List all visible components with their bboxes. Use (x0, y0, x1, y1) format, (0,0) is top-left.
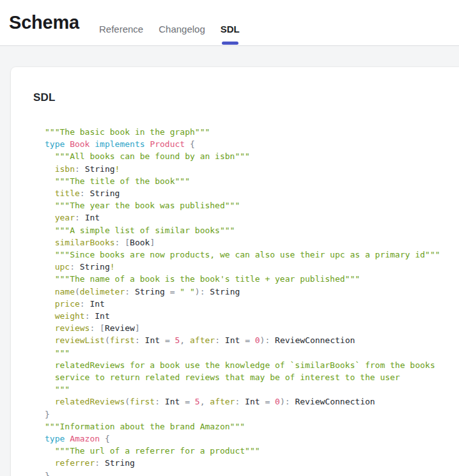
code-line: } (45, 408, 459, 420)
code-line: similarBooks: [Book] (45, 236, 459, 249)
tab-label: Reference (99, 24, 143, 35)
code-line: """The title of the book""" (45, 175, 459, 187)
tab-bar: ReferenceChangelogSDL (99, 0, 240, 45)
code-line: """ (45, 347, 459, 359)
code-line: """The name of a book is the book's titl… (45, 273, 459, 285)
code-line: """All books can be found by an isbn""" (45, 150, 459, 162)
code-line: type Book implements Product { (45, 138, 459, 150)
code-line: upc: String! (45, 261, 459, 273)
code-line: relatedReviews for a book use the knowle… (45, 359, 459, 371)
code-line: """The url of a referrer for a product""… (45, 445, 459, 457)
tab-label: SDL (221, 24, 240, 35)
code-line: isbn: String! (45, 163, 459, 175)
code-line: """The year the book was published""" (45, 199, 459, 211)
page-title: Schema (9, 12, 79, 33)
code-line: title: String (45, 187, 459, 199)
code-line: reviewList(first: Int = 5, after: Int = … (45, 334, 459, 346)
code-line: price: Int (45, 298, 459, 310)
code-line: reviews: [Review] (45, 322, 459, 334)
code-line: name(delimeter: String = " "): String (45, 286, 459, 298)
tab-sdl[interactable]: SDL (221, 24, 240, 45)
code-line: referrer: String (45, 457, 459, 469)
code-line: relatedReviews(first: Int = 5, after: In… (45, 395, 459, 408)
code-line: """The basic book in the graph""" (45, 126, 459, 138)
tab-label: Changelog (159, 24, 205, 35)
code-line: weight: Int (45, 310, 459, 322)
code-line: """ (45, 383, 459, 395)
active-tab-indicator (222, 42, 238, 45)
sdl-card: SDL """The basic book in the graph"""typ… (11, 67, 459, 476)
code-line: } (45, 470, 459, 476)
main-content: SDL """The basic book in the graph"""typ… (0, 46, 459, 476)
code-line: """A simple list of similar books""" (45, 224, 459, 236)
code-line: """Since books are now products, we can … (45, 249, 459, 261)
code-line: service to return related reviews that m… (45, 371, 459, 383)
code-line: """Information about the brand Amazon""" (45, 420, 459, 433)
code-line: year: Int (45, 211, 459, 224)
sdl-code-block: """The basic book in the graph"""type Bo… (33, 126, 459, 476)
card-heading: SDL (33, 91, 459, 104)
page-header: Schema ReferenceChangelogSDL (0, 0, 459, 46)
tab-changelog[interactable]: Changelog (159, 24, 205, 45)
code-line: type Amazon { (45, 433, 459, 445)
tab-reference[interactable]: Reference (99, 24, 143, 45)
